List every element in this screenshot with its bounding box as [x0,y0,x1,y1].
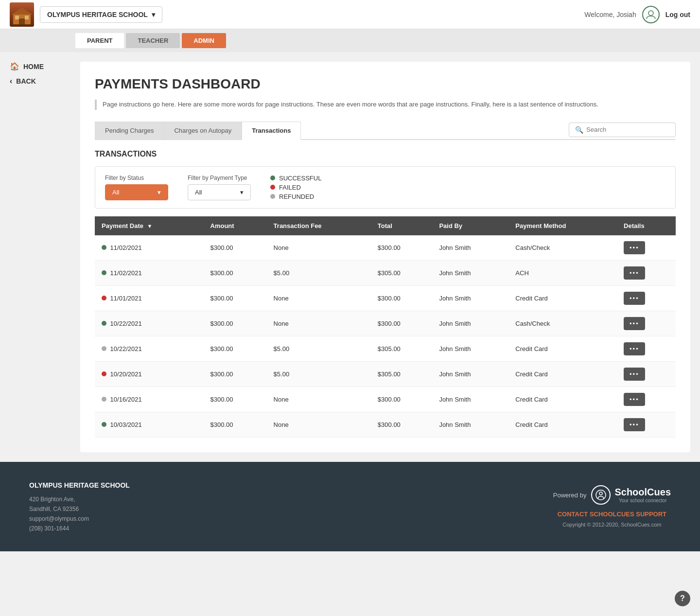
cell-date-0: 11/02/2021 [95,235,204,261]
cell-total-3: $300.00 [371,311,433,336]
col-paid-by[interactable]: Paid By [432,216,508,235]
details-button-2[interactable]: ••• [624,292,645,305]
svg-rect-2 [19,18,25,24]
legend: SUCCESSFUL FAILED REFUNDED [270,175,321,200]
col-details: Details [617,216,676,235]
powered-by: Powered by SchoolCues Your school connec… [553,485,671,505]
table-header-row: Payment Date ▼ Amount Transaction Fee To… [95,216,676,235]
cell-method-0: Cash/Check [508,235,617,261]
cell-fee-6: None [267,387,371,412]
cell-details-2: ••• [617,285,676,311]
legend-successful: SUCCESSFUL [270,175,321,182]
sidebar-item-home[interactable]: 🏠 HOME [10,62,66,71]
cell-total-5: $305.00 [371,361,433,387]
table-row: 11/01/2021 $300.00 None $300.00 John Smi… [95,285,676,311]
welcome-text: Welcome, Josiah [584,11,636,18]
status-dot-6 [102,397,106,402]
footer: OLYMPUS HERITAGE SCHOOL 420 Brighton Ave… [0,462,700,551]
col-payment-date[interactable]: Payment Date ▼ [95,216,204,235]
role-tab-teacher[interactable]: TEACHER [126,33,180,48]
cell-amount-4: $300.00 [204,336,267,361]
details-button-6[interactable]: ••• [624,393,645,406]
status-dot-5 [102,371,106,376]
cell-details-5: ••• [617,361,676,387]
logout-button[interactable]: Log out [665,11,690,18]
details-button-3[interactable]: ••• [624,317,645,330]
cell-fee-1: $5.00 [267,260,371,285]
cell-method-7: Credit Card [508,412,617,437]
svg-marker-1 [11,8,33,15]
tab-pending-charges[interactable]: Pending Charges [95,122,164,139]
cell-paidby-5: John Smith [432,361,508,387]
cell-fee-7: None [267,412,371,437]
svg-rect-3 [15,16,19,19]
filters-box: Filter by Status All ▾ Filter by Payment… [95,166,676,209]
legend-refunded: REFUNDED [270,193,321,200]
cell-paidby-1: John Smith [432,260,508,285]
cell-method-1: ACH [508,260,617,285]
cell-details-3: ••• [617,311,676,336]
sidebar-home-label: HOME [23,63,44,70]
status-dot-0 [102,245,106,250]
page-instructions: Page instructions go here. Here are some… [95,100,676,110]
contact-link[interactable]: CONTACT SCHOOLCUES SUPPORT [553,510,671,518]
cell-fee-3: None [267,311,371,336]
footer-email: support@olympus.com [29,515,130,522]
filter-status-select[interactable]: All ▾ [105,184,168,200]
main-content: PAYMENTS DASHBOARD Page instructions go … [75,52,700,462]
filter-payment-select[interactable]: All ▾ [188,184,251,200]
cell-amount-1: $300.00 [204,260,267,285]
details-button-1[interactable]: ••• [624,266,645,280]
cell-total-4: $305.00 [371,336,433,361]
cell-details-0: ••• [617,235,676,261]
cell-amount-5: $300.00 [204,361,267,387]
col-payment-method[interactable]: Payment Method [508,216,617,235]
cell-date-7: 10/03/2021 [95,412,204,437]
cell-date-1: 11/02/2021 [95,260,204,285]
col-transaction-fee[interactable]: Transaction Fee [267,216,371,235]
role-tab-parent[interactable]: PARENT [75,33,124,48]
cell-amount-2: $300.00 [204,285,267,311]
cell-amount-3: $300.00 [204,311,267,336]
school-selector[interactable]: OLYMPUS HERITAGE SCHOOL ▾ [40,6,162,23]
tab-transactions[interactable]: Transactions [242,122,301,140]
details-button-5[interactable]: ••• [624,368,645,381]
failed-dot [270,185,275,190]
content-card: PAYMENTS DASHBOARD Page instructions go … [80,62,690,452]
tabs-left: Pending Charges Charges on Autopay Trans… [95,122,301,139]
details-button-4[interactable]: ••• [624,342,645,355]
search-box: 🔍 [569,123,676,137]
sidebar-item-back[interactable]: ‹ BACK [10,77,66,86]
cell-details-6: ••• [617,387,676,412]
successful-dot [270,176,275,180]
cell-date-3: 10/22/2021 [95,311,204,336]
svg-point-7 [599,492,602,495]
user-icon [646,9,656,20]
sort-icon: ▼ [147,223,153,229]
cell-paidby-6: John Smith [432,387,508,412]
home-icon: 🏠 [10,62,19,71]
tab-charges-autopay[interactable]: Charges on Autopay [164,122,242,139]
body-wrapper: 🏠 HOME ‹ BACK PAYMENTS DASHBOARD Page in… [0,52,700,462]
cell-details-1: ••• [617,260,676,285]
sidebar-back-label: BACK [16,77,35,85]
cell-paidby-0: John Smith [432,235,508,261]
footer-left: OLYMPUS HERITAGE SCHOOL 420 Brighton Ave… [29,481,130,532]
school-selector-label: OLYMPUS HERITAGE SCHOOL [47,11,148,18]
role-tabs: PARENT TEACHER ADMIN [0,29,700,52]
col-total[interactable]: Total [371,216,433,235]
details-button-0[interactable]: ••• [624,241,645,254]
user-avatar [642,6,660,23]
search-input[interactable] [586,126,669,133]
cell-method-6: Credit Card [508,387,617,412]
cell-total-0: $300.00 [371,235,433,261]
col-amount[interactable]: Amount [204,216,267,235]
cell-details-7: ••• [617,412,676,437]
copyright: Copyright © 2012-2020, SchoolCues.com [553,522,671,528]
dropdown-icon: ▾ [152,11,155,18]
legend-failed: FAILED [270,184,321,191]
details-button-7[interactable]: ••• [624,418,645,431]
role-tab-admin[interactable]: ADMIN [182,33,226,48]
schoolcues-logo-circle [591,485,611,505]
cell-paidby-7: John Smith [432,412,508,437]
